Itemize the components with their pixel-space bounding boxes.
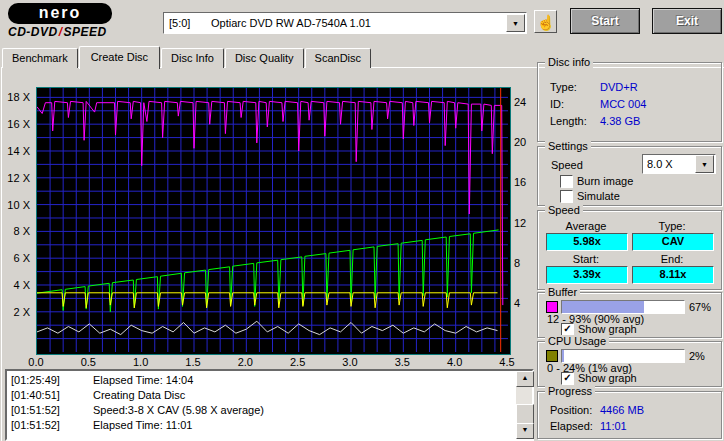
axis-tick-label: 20	[514, 136, 526, 148]
disc-id-label: ID:	[550, 98, 564, 110]
log-timestamp: [01:40:51]	[11, 388, 93, 403]
axis-tick-label: 18 X	[7, 91, 30, 103]
buffer-progress-bar	[561, 300, 685, 314]
log-line: [01:51:52]Elapsed Time: 11:01	[11, 418, 532, 433]
scrollbar-thumb[interactable]	[516, 404, 534, 424]
disc-info-title: Disc info	[545, 56, 593, 68]
axis-tick-label: 16	[514, 176, 526, 188]
axis-tick-label: 3.5	[391, 356, 413, 368]
cpu-progress-fill	[562, 350, 564, 362]
speed-chart-svg	[37, 88, 508, 352]
disc-info-group: Disc info Type: DVD+R ID: MCC 004 Length…	[537, 62, 722, 142]
axis-tick-label: 1.5	[182, 356, 204, 368]
disc-length-label: Length:	[550, 115, 587, 127]
axis-tick-label: 10 X	[7, 199, 30, 211]
log-message: Creating Data Disc	[93, 388, 185, 403]
log-panel: [01:25:49]Elapsed Time: 14:04 [01:40:51]…	[5, 369, 534, 441]
series-requested-speed	[37, 293, 498, 308]
axis-tick-label: 8	[514, 257, 520, 269]
axis-tick-label: 2.0	[234, 356, 256, 368]
end-speed-value: 8.11x	[632, 266, 714, 284]
speed-select-value: 8.0 X	[643, 158, 695, 170]
progress-group: Progress Position: 4466 MB Elapsed: 11:0…	[537, 391, 722, 439]
position-label: Position:	[550, 404, 592, 416]
axis-tick-label: 0.5	[77, 356, 99, 368]
settings-group: Settings Speed 8.0 X ▼ Burn image Simula…	[537, 146, 722, 206]
nero-logo: nero CD-DVD/SPEED	[8, 3, 138, 39]
log-message: Elapsed Time: 14:04	[93, 373, 193, 388]
log-line: [01:25:49]Elapsed Time: 14:04	[11, 373, 532, 388]
average-label: Average	[546, 220, 626, 232]
cpu-usage-title: CPU Usage	[545, 335, 609, 347]
buffer-progress-fill	[562, 301, 644, 313]
tab-disc-quality[interactable]: Disc Quality	[225, 48, 304, 68]
start-speed-label: Start:	[546, 253, 626, 265]
axis-tick-label: 24	[514, 96, 526, 108]
nero-logo-subtitle: CD-DVD/SPEED	[8, 25, 138, 39]
axis-tick-label: 12 X	[7, 172, 30, 184]
axis-tick-label: 2 X	[13, 306, 30, 318]
cpu-color-swatch	[546, 350, 558, 362]
axis-tick-label: 4	[514, 297, 520, 309]
log-message: Elapsed Time: 11:01	[93, 418, 192, 433]
start-speed-value: 3.39x	[546, 266, 628, 284]
simulate-checkbox[interactable]	[560, 190, 573, 203]
logo-subtitle-left: CD-DVD	[8, 25, 58, 39]
disc-id-value: MCC 004	[600, 98, 646, 110]
cpu-show-graph-checkbox[interactable]: ✓	[561, 372, 574, 385]
scrollbar-up-button[interactable]: ▲	[516, 371, 534, 387]
burn-image-checkbox[interactable]	[560, 175, 573, 188]
log-lines: [01:25:49]Elapsed Time: 14:04 [01:40:51]…	[7, 371, 532, 433]
chevron-down-icon[interactable]: ▼	[506, 14, 525, 32]
scrollbar-down-button[interactable]: ▼	[516, 423, 534, 439]
drive-select[interactable]: [5:0] Optiarc DVD RW AD-7540A 1.01 ▼	[163, 12, 527, 34]
buffer-color-swatch	[546, 301, 558, 313]
axis-tick-label: 8 X	[13, 225, 30, 237]
axis-tick-label: 0.0	[25, 356, 47, 368]
axis-tick-label: 4.0	[444, 356, 466, 368]
end-speed-label: End:	[632, 253, 712, 265]
speed-chart-plot	[36, 87, 511, 355]
axis-tick-label: 6 X	[13, 252, 30, 264]
speed-label: Speed	[551, 159, 583, 171]
tab-disc-info[interactable]: Disc Info	[161, 48, 224, 68]
drive-bus-label: [5:0]	[164, 17, 211, 29]
start-button[interactable]: Start	[570, 8, 640, 34]
log-timestamp: [01:51:52]	[11, 418, 93, 433]
log-timestamp: [01:25:49]	[11, 373, 93, 388]
logo-subtitle-right: SPEED	[64, 25, 107, 39]
left-axis-labels: 18 X16 X14 X12 X10 X8 X6 X4 X2 X	[4, 87, 33, 353]
speed-group: Speed Average Type: 5.98x CAV Start: End…	[537, 210, 722, 290]
tab-bar: Benchmark Create Disc Disc Info Disc Qua…	[2, 46, 372, 68]
speed-type-label: Type:	[632, 220, 712, 232]
axis-tick-label: 12	[514, 217, 526, 229]
speed-title: Speed	[545, 204, 583, 216]
axis-tick-label: 2.5	[287, 356, 309, 368]
log-scrollbar[interactable]: ▲ ▼	[516, 371, 532, 439]
average-speed-value: 5.98x	[546, 233, 628, 251]
tab-create-disc[interactable]: Create Disc	[79, 46, 160, 69]
log-message: Speed:3-8 X CAV (5.98 X average)	[93, 403, 264, 418]
position-value: 4466 MB	[600, 404, 644, 416]
chevron-down-icon[interactable]: ▼	[695, 155, 714, 173]
log-line: [01:51:52]Speed:3-8 X CAV (5.98 X averag…	[11, 403, 532, 418]
cpu-percent: 2%	[689, 350, 705, 362]
disc-type-label: Type:	[550, 81, 577, 93]
cpu-usage-group: CPU Usage 2% 0 - 24% (1% avg) ✓ Show gra…	[537, 341, 722, 387]
buffer-group: Buffer 67% 12 - 93% (90% avg) ✓ Show gra…	[537, 292, 722, 338]
exit-button[interactable]: Exit	[652, 8, 722, 34]
hand-tool-button[interactable]: ☝	[534, 10, 557, 33]
progress-title: Progress	[545, 385, 595, 397]
tab-scandisc[interactable]: ScanDisc	[305, 48, 371, 68]
burn-image-label: Burn image	[577, 175, 633, 187]
simulate-label: Simulate	[577, 190, 620, 202]
drive-name-label: Optiarc DVD RW AD-7540A 1.01	[211, 17, 506, 29]
series-buffer-level	[37, 101, 503, 305]
speed-select[interactable]: 8.0 X ▼	[642, 154, 716, 174]
disc-type-value: DVD+R	[600, 81, 638, 93]
tab-benchmark[interactable]: Benchmark	[2, 48, 78, 68]
disc-length-value: 4.38 GB	[600, 115, 640, 127]
axis-tick-label: 4 X	[13, 279, 30, 291]
axis-tick-label: 16 X	[7, 118, 30, 130]
cpu-show-graph-label: Show graph	[578, 372, 637, 384]
